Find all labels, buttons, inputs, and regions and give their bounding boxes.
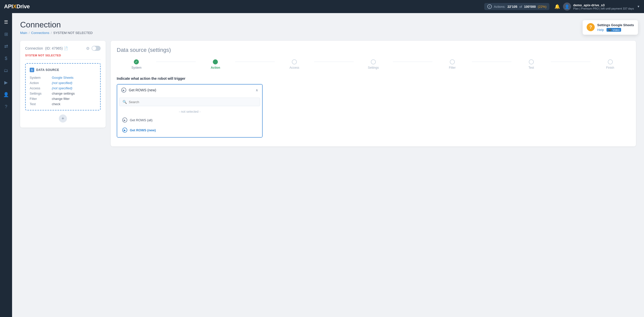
bell-icon[interactable]: 🔔 — [554, 4, 560, 9]
test-label: Test — [30, 102, 50, 106]
user-details: demo_apix-drive_s3 Plan | Premium PRO | … — [573, 3, 634, 10]
video-icon: 📹 — [608, 28, 612, 31]
action-value[interactable]: (not specified) — [52, 81, 96, 85]
option-get-rows-all[interactable]: ▶ Get ROWS (all) — [119, 115, 260, 125]
step-settings: Settings — [354, 59, 393, 69]
access-value[interactable]: (not specified) — [52, 86, 96, 90]
step-label-filter: Filter — [449, 66, 456, 69]
dropdown-selected: ▶ Get ROWS (new) — [121, 88, 156, 93]
settings-label: Settings — [30, 92, 50, 95]
right-card: Data source (settings) ✓ System — [111, 41, 636, 146]
option-play-icon-selected: ▶ — [122, 128, 127, 133]
help-bubble: ? Settings Google Sheets Help 📹 Video — [583, 20, 638, 35]
step-circle-access — [292, 59, 297, 64]
dropdown-selected-label: Get ROWS (new) — [129, 88, 156, 92]
card-icons: ⚙ — [86, 46, 101, 51]
play-circle-icon: ▶ — [121, 88, 126, 93]
step-circle-settings — [371, 59, 376, 64]
test-value[interactable]: check — [52, 102, 96, 106]
logo-drive: Drive — [16, 3, 30, 10]
settings-value[interactable]: change settings — [52, 92, 96, 95]
settings-gear-icon[interactable]: ⚙ — [86, 46, 90, 51]
actions-label: Actions: — [494, 5, 505, 9]
datasource-title: Data source (settings) — [117, 47, 630, 53]
sidebar-item-billing[interactable]: $ — [1, 53, 11, 63]
sidebar-item-connections[interactable]: ⇄ — [1, 41, 11, 51]
breadcrumb-main[interactable]: Main — [20, 31, 27, 35]
sidebar-item-dashboard[interactable]: ⊞ — [1, 29, 11, 39]
stepper: ✓ System Action — [117, 59, 630, 69]
datasource-box: 1 DATA SOURCE System Google Sheets Actio… — [25, 63, 101, 110]
dropdown-header[interactable]: ▶ Get ROWS (new) ∧ — [117, 85, 262, 96]
step-action: Action — [196, 59, 235, 69]
datasource-info: System Google Sheets Action (not specifi… — [30, 76, 96, 106]
step-circle-system: ✓ — [134, 59, 139, 64]
help-question-icon: ? — [587, 23, 595, 31]
left-card: Connection (ID: 47965) 📄 ⚙ SYSTEM NOT SE… — [20, 41, 106, 128]
step-filter: Filter — [432, 59, 472, 69]
step-label-test: Test — [529, 66, 534, 69]
sidebar-item-profile[interactable]: 👤 — [1, 90, 11, 100]
actions-pct: (22%) — [538, 5, 547, 9]
user-info[interactable]: 👤 demo_apix-drive_s3 Plan | Premium PRO … — [563, 3, 640, 11]
chevron-down-icon: ▼ — [637, 5, 640, 8]
actions-used: 22'105 — [507, 5, 517, 9]
sidebar: ☰ ⊞ ⇄ $ 🗂 ▶ 👤 ? — [0, 13, 12, 317]
video-label: Video — [613, 28, 620, 31]
sidebar-item-projects[interactable]: 🗂 — [1, 65, 11, 75]
option-get-rows-new[interactable]: ▶ Get ROWS (new) — [119, 125, 260, 135]
toggle-switch[interactable] — [92, 46, 101, 51]
step-circle-filter — [450, 59, 455, 64]
video-badge[interactable]: 📹 Video — [607, 28, 621, 32]
system-status: SYSTEM NOT SELECTED — [25, 54, 101, 60]
search-input[interactable] — [129, 100, 257, 104]
sidebar-item-help[interactable]: ? — [1, 102, 11, 112]
step-label-access: Access — [290, 66, 299, 69]
topnav: APIXDrive i Actions: 22'105 of 100'000 (… — [0, 0, 644, 13]
sidebar-item-menu[interactable]: ☰ — [1, 17, 11, 27]
step-access: Access — [275, 59, 314, 69]
action-dropdown[interactable]: ▶ Get ROWS (new) ∧ 🔍 - not selected - ▶ — [117, 84, 263, 138]
breadcrumb: Main / Connections / SYSTEM NOT SELECTED — [20, 31, 636, 35]
help-link[interactable]: Help — [597, 28, 604, 32]
step-label-system: System — [131, 66, 141, 69]
step-test: Test — [511, 59, 551, 69]
action-prompt: Indicate what action the robot will trig… — [117, 76, 630, 81]
step-circle-action — [213, 59, 218, 64]
filter-label: Filter — [30, 97, 50, 101]
step-circle-test — [529, 59, 534, 64]
breadcrumb-connections[interactable]: Connections — [31, 31, 49, 35]
help-title: Settings Google Sheets — [597, 23, 634, 27]
step-label-settings: Settings — [368, 66, 379, 69]
sidebar-item-play[interactable]: ▶ — [1, 77, 11, 88]
logo-api: API — [4, 3, 13, 10]
option-play-icon: ▶ — [122, 117, 127, 123]
help-links: Help 📹 Video — [597, 28, 634, 32]
help-content: Settings Google Sheets Help 📹 Video — [597, 23, 634, 32]
avatar: 👤 — [563, 3, 571, 11]
actions-of: of — [519, 5, 522, 9]
step-system: ✓ System — [117, 59, 156, 69]
card-id: (ID: 47965) 📄 — [45, 46, 68, 50]
add-button[interactable]: + — [59, 114, 67, 123]
chevron-up-icon: ∧ — [256, 88, 258, 92]
user-plan: Plan | Premium PRO | left until payment … — [573, 7, 634, 10]
main-content: Connection Main / Connections / SYSTEM N… — [12, 13, 644, 317]
step-circle-finish — [608, 59, 613, 64]
breadcrumb-current: SYSTEM NOT SELECTED — [53, 31, 93, 35]
not-selected-option[interactable]: - not selected - — [119, 108, 260, 115]
step-label-action: Action — [211, 66, 220, 69]
datasource-label: 1 DATA SOURCE — [30, 68, 96, 72]
logo-x: X — [13, 3, 16, 10]
dropdown-body: 🔍 - not selected - ▶ Get ROWS (all) ▶ Ge… — [117, 96, 262, 137]
system-label: System — [30, 76, 50, 80]
card-title: Connection (ID: 47965) 📄 — [25, 46, 68, 51]
actions-badge: i Actions: 22'105 of 100'000 (22%) — [484, 3, 550, 10]
step-label-finish: Finish — [606, 66, 614, 69]
filter-value[interactable]: change filter — [52, 97, 96, 101]
info-icon: i — [487, 4, 492, 9]
system-value[interactable]: Google Sheets — [52, 76, 96, 80]
search-icon: 🔍 — [123, 100, 127, 104]
card-header: Connection (ID: 47965) 📄 ⚙ — [25, 46, 101, 51]
user-name: demo_apix-drive_s3 — [573, 3, 634, 7]
